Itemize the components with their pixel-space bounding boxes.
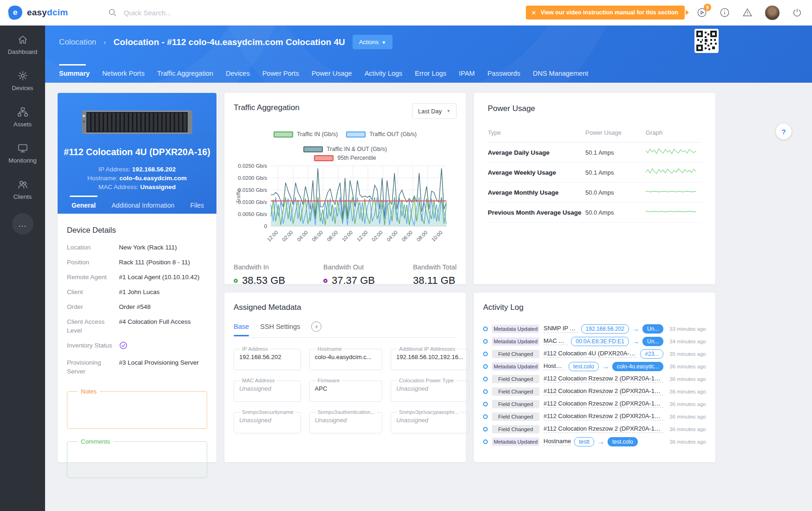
metadata-field[interactable]: Snmpv3privacypassphr...Unassigned bbox=[391, 409, 469, 433]
metadata-tabs: BaseSSH Settings+ bbox=[234, 321, 457, 338]
activity-log-row[interactable]: Metadata UpdatedHostnametestt→test.colo3… bbox=[483, 435, 706, 448]
activity-field: SNMP IP Address bbox=[544, 325, 578, 333]
log-timestamp: 36 minutes ago bbox=[669, 401, 706, 407]
bandwidth-stat: Bandwith In38.53 GB bbox=[234, 263, 285, 287]
user-avatar[interactable] bbox=[765, 5, 780, 20]
device-tab-additional-information[interactable]: Additional Information bbox=[111, 196, 174, 209]
device-tab-files[interactable]: Files bbox=[190, 196, 204, 209]
device-detail-row: Client Access Level#4 Colocation Full Ac… bbox=[67, 317, 207, 335]
log-type-badge: Metadata Updated bbox=[492, 362, 539, 371]
traffic-period-select[interactable]: Last Day▼ bbox=[412, 103, 457, 119]
metadata-field[interactable]: Snmpv3authentication...Unassigned bbox=[309, 409, 382, 433]
tab-power-usage[interactable]: Power Usage bbox=[312, 64, 352, 77]
banner-close-icon[interactable]: ✕ bbox=[531, 9, 537, 16]
device-tab-general[interactable]: General bbox=[72, 196, 96, 209]
alerts-button[interactable] bbox=[742, 7, 753, 18]
activity-log-row[interactable]: Metadata UpdatedHostnametest.colo→colo-4… bbox=[483, 360, 706, 373]
new-value-chip: Un... bbox=[642, 337, 663, 346]
old-value-chip: 192.168.56.202 bbox=[581, 324, 629, 334]
power-usage-card: Power Usage TypePower UsageGraph Average… bbox=[474, 93, 715, 284]
metadata-field[interactable]: MAC AddressUnassigned bbox=[234, 378, 301, 402]
activity-log-row[interactable]: Field Changed#112 Colocation Rzeszow 2 (… bbox=[483, 385, 706, 398]
tab-summary[interactable]: Summary bbox=[59, 64, 90, 77]
old-value-chip: 00:0A:E6:3E:FD:E1 bbox=[571, 337, 629, 346]
svg-text:0: 0 bbox=[264, 223, 267, 229]
activity-title: Activity Log bbox=[483, 303, 706, 312]
traffic-chart: 12:0002:0004:0006:0008:0010:0012:0002:00… bbox=[234, 163, 457, 257]
traffic-legend: Traffic IN (Gb/s)Traffic OUT (Gb/s)Traff… bbox=[234, 131, 457, 152]
topbar: e easydcim ✕ View our video instruction … bbox=[0, 0, 812, 26]
video-tutorials-button[interactable]: 9 bbox=[696, 7, 707, 18]
log-marker-icon bbox=[483, 339, 488, 344]
device-detail-row: LocationNew York (Rack 111) bbox=[67, 243, 207, 252]
activity-field: #112 Colocation 4U (DPXR20A-16) - User bbox=[544, 350, 637, 358]
tab-error-logs[interactable]: Error Logs bbox=[415, 64, 446, 77]
sidebar-item-dashboard[interactable]: Dashboard bbox=[0, 26, 45, 62]
sidebar-more-button[interactable]: ... bbox=[12, 213, 33, 235]
activity-field: #112 Colocation Rzeszow 2 (DPXR20A-16) -… bbox=[544, 387, 663, 395]
notes-box[interactable]: Notes bbox=[67, 388, 207, 429]
tab-dns-management[interactable]: DNS Management bbox=[533, 64, 588, 77]
logout-button[interactable] bbox=[792, 7, 803, 18]
comments-box[interactable]: Comments bbox=[67, 438, 207, 478]
tab-ipam[interactable]: IPAM bbox=[459, 64, 475, 77]
tab-activity-logs[interactable]: Activity Logs bbox=[365, 64, 402, 77]
power-sparkline bbox=[646, 148, 696, 155]
bandwidth-stat: Bandwith Total38.11 GB bbox=[413, 263, 457, 287]
sidebar-item-monitoring[interactable]: Monitoring bbox=[0, 134, 45, 170]
activity-log-row[interactable]: Field Changed#112 Colocation Rzeszow 2 (… bbox=[483, 373, 706, 385]
traffic-title: Traffic Aggregation bbox=[234, 103, 300, 112]
tab-passwords[interactable]: Passwords bbox=[487, 64, 520, 77]
metadata-field[interactable]: Additional IP Addresses192.168.56.102,19… bbox=[391, 346, 469, 370]
svg-text:02:00: 02:00 bbox=[371, 229, 384, 242]
activity-log-row[interactable]: Field Changed#112 Colocation Rzeszow 2 (… bbox=[483, 398, 706, 410]
activity-log-row[interactable]: Field Changed#112 Colocation Rzeszow 2 (… bbox=[483, 423, 706, 435]
activity-field: MAC Address bbox=[544, 337, 568, 345]
device-detail-row: Remote Agent#1 Local Agent (10.10.10.42) bbox=[67, 273, 207, 282]
device-help-button[interactable]: ? bbox=[776, 124, 792, 139]
new-value-chip: colo-4u.easydc... bbox=[612, 362, 664, 371]
metadata-field[interactable]: Snmpv3securitynameUnassigned bbox=[234, 409, 301, 433]
sidebar-item-assets[interactable]: Assets bbox=[0, 98, 45, 134]
log-marker-icon bbox=[483, 364, 488, 369]
metadata-field[interactable]: Colocation Power TypeUnassigned bbox=[391, 378, 469, 402]
brand-text: easydcim bbox=[27, 7, 68, 18]
breadcrumb-root[interactable]: Colocation bbox=[59, 38, 96, 47]
device-info-row: IP Address: 192.168.56.202 bbox=[58, 165, 216, 174]
users-icon bbox=[17, 179, 28, 190]
video-manual-banner[interactable]: ✕ View our video instruction manual for … bbox=[526, 6, 685, 20]
page-title: Colocation - #112 colo-4u.easydcim.com C… bbox=[113, 37, 345, 47]
metadata-field[interactable]: IP Address192.168.56.202 bbox=[234, 346, 301, 370]
tab-network-ports[interactable]: Network Ports bbox=[102, 64, 144, 77]
sidebar-item-clients[interactable]: Clients bbox=[0, 170, 45, 207]
activity-log-row[interactable]: Metadata UpdatedSNMP IP Address192.168.5… bbox=[483, 322, 706, 335]
logo[interactable]: e easydcim bbox=[8, 6, 68, 20]
sidebar-item-devices[interactable]: Devices bbox=[0, 62, 45, 98]
monitor-icon bbox=[17, 143, 28, 154]
tab-devices[interactable]: Devices bbox=[226, 64, 250, 77]
log-type-badge: Metadata Updated bbox=[492, 325, 539, 333]
metadata-tab-ssh-settings[interactable]: SSH Settings bbox=[260, 323, 300, 330]
legend-item: Traffic IN (Gb/s) bbox=[274, 131, 338, 138]
info-button[interactable] bbox=[719, 7, 730, 18]
qr-code[interactable] bbox=[694, 29, 719, 53]
actions-button[interactable]: Actions▼ bbox=[353, 35, 393, 49]
page-header: Colocation › Colocation - #112 colo-4u.e… bbox=[45, 26, 812, 83]
metadata-tab-base[interactable]: Base bbox=[234, 323, 249, 330]
activity-field: #112 Colocation Rzeszow 2 (DPXR20A-16) -… bbox=[544, 425, 663, 433]
add-metadata-group-icon[interactable]: + bbox=[311, 321, 321, 332]
power-title: Power Usage bbox=[488, 104, 701, 113]
activity-log-row[interactable]: Metadata UpdatedMAC Address00:0A:E6:3E:F… bbox=[483, 335, 706, 347]
search-input[interactable] bbox=[124, 9, 226, 17]
log-type-badge: Field Changed bbox=[492, 400, 539, 408]
activity-field: #112 Colocation Rzeszow 2 (DPXR20A-16) -… bbox=[544, 400, 663, 408]
metadata-field[interactable]: FirmwareAPC bbox=[309, 378, 382, 402]
power-sparkline bbox=[646, 208, 696, 215]
activity-log-row[interactable]: Field Changed#112 Colocation Rzeszow 2 (… bbox=[483, 410, 706, 423]
activity-log-row[interactable]: Field Changed#112 Colocation 4U (DPXR20A… bbox=[483, 347, 706, 360]
status-dot-icon bbox=[323, 279, 327, 283]
old-value-chip: test.colo bbox=[569, 362, 599, 371]
tab-power-ports[interactable]: Power Ports bbox=[262, 64, 299, 77]
metadata-field[interactable]: Hostnamecolo-4u.easydcim.c... bbox=[309, 346, 382, 370]
tab-traffic-aggregation[interactable]: Traffic Aggregation bbox=[157, 64, 213, 77]
